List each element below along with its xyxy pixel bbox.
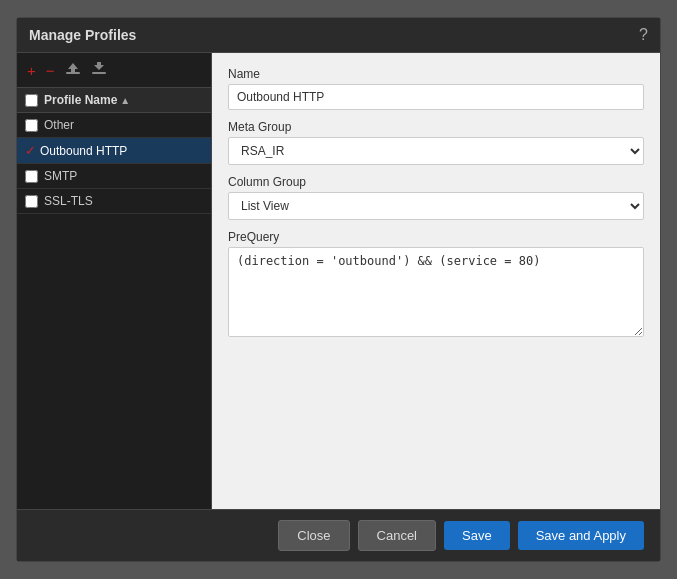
manage-profiles-dialog: Manage Profiles ? + − — [16, 17, 661, 562]
item-checkbox-ssl-tls[interactable] — [25, 195, 38, 208]
dialog-body: + − Profile Nam — [17, 53, 660, 509]
item-label-smtp: SMTP — [44, 169, 77, 183]
list-item[interactable]: SMTP — [17, 164, 211, 189]
name-input[interactable] — [228, 84, 644, 110]
toolbar: + − — [17, 53, 211, 88]
item-label-outbound-http: Outbound HTTP — [40, 144, 127, 158]
list-item[interactable]: ✓ Outbound HTTP — [17, 138, 211, 164]
column-group-select[interactable]: List View Summary View Custom — [228, 192, 644, 220]
item-checkbox-other[interactable] — [25, 119, 38, 132]
prequery-textarea[interactable]: (direction = 'outbound') && (service = 8… — [228, 247, 644, 337]
svg-rect-2 — [92, 72, 106, 74]
save-button[interactable]: Save — [444, 521, 510, 550]
select-all-checkbox[interactable] — [25, 94, 38, 107]
item-label-other: Other — [44, 118, 74, 132]
list-item[interactable]: Other — [17, 113, 211, 138]
profile-list-header: Profile Name ▲ — [17, 88, 211, 113]
svg-marker-1 — [68, 63, 78, 72]
item-label-ssl-tls: SSL-TLS — [44, 194, 93, 208]
svg-marker-3 — [94, 62, 104, 70]
meta-group-field-group: Meta Group RSA_IR Default Custom — [228, 120, 644, 165]
column-group-label: Column Group — [228, 175, 644, 189]
prequery-field-group: PreQuery (direction = 'outbound') && (se… — [228, 230, 644, 337]
name-field-group: Name — [228, 67, 644, 110]
dialog-header: Manage Profiles ? — [17, 18, 660, 53]
meta-group-select[interactable]: RSA_IR Default Custom — [228, 137, 644, 165]
dialog-title: Manage Profiles — [29, 27, 136, 43]
item-checkbox-smtp[interactable] — [25, 170, 38, 183]
meta-group-label: Meta Group — [228, 120, 644, 134]
left-panel: + − Profile Nam — [17, 53, 212, 509]
right-panel: Name Meta Group RSA_IR Default Custom Co… — [212, 53, 660, 509]
checkmark-icon: ✓ — [25, 143, 36, 158]
import-button[interactable] — [63, 59, 83, 81]
dialog-footer: Close Cancel Save Save and Apply — [17, 509, 660, 561]
column-group-field-group: Column Group List View Summary View Cust… — [228, 175, 644, 220]
prequery-label: PreQuery — [228, 230, 644, 244]
help-icon[interactable]: ? — [639, 26, 648, 44]
name-label: Name — [228, 67, 644, 81]
list-item[interactable]: SSL-TLS — [17, 189, 211, 214]
cancel-button[interactable]: Cancel — [358, 520, 436, 551]
save-apply-button[interactable]: Save and Apply — [518, 521, 644, 550]
add-button[interactable]: + — [25, 61, 38, 80]
remove-button[interactable]: − — [44, 61, 57, 80]
profile-name-header: Profile Name — [44, 93, 117, 107]
export-button[interactable] — [89, 59, 109, 81]
close-button[interactable]: Close — [278, 520, 349, 551]
svg-rect-0 — [66, 72, 80, 74]
profile-list: Profile Name ▲ Other ✓ Outbound HTTP SMT… — [17, 88, 211, 509]
sort-arrow: ▲ — [120, 95, 130, 106]
